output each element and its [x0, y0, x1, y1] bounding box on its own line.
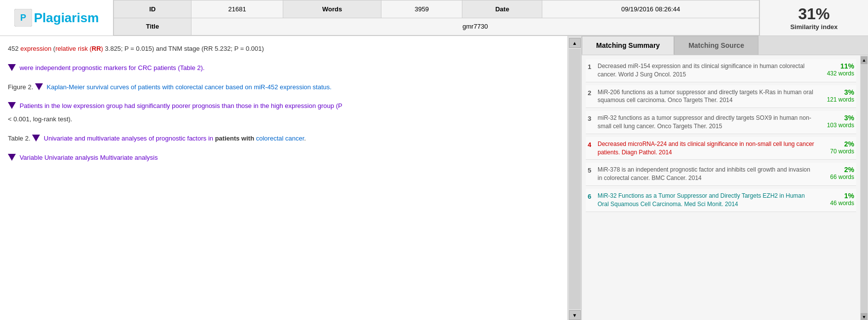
list-item[interactable]: 6 MiR-32 Functions as a Tumor Suppressor…: [586, 189, 856, 212]
doc-line-5: < 0.001, log-rank test).: [8, 114, 560, 125]
title-label: Title: [114, 18, 191, 36]
figure-label: Figure 2.: [8, 83, 33, 91]
match-pct-3: 3%: [815, 114, 854, 122]
match-words-2: 121 words: [815, 96, 854, 103]
text-line6d: .: [304, 135, 306, 142]
match-num-4: 4: [588, 140, 598, 148]
text-line6c: colorectal cancer: [256, 135, 304, 142]
logo-text: Plagiarism: [34, 10, 99, 26]
logo-icon: P: [14, 9, 32, 27]
scroll-track: [569, 49, 581, 309]
doc-line-1: 452 expression (relative risk (RR) 3.825…: [8, 44, 560, 54]
bookmark-icon-2: [35, 83, 43, 90]
main-area: 452 expression (relative risk (RR) 3.825…: [0, 36, 868, 320]
doc-line-2: were independent prognostic markers for …: [8, 63, 560, 73]
match-stats-5: 2% 66 words: [815, 166, 854, 180]
match-pct-2: 3%: [815, 88, 854, 96]
tab-matching-source[interactable]: Matching Source: [674, 36, 758, 55]
text-rr: RR: [92, 45, 101, 52]
match-pct-4: 2%: [815, 140, 854, 148]
text-line4: Patients in the low expression group had…: [20, 102, 342, 109]
scrollbar-up-btn[interactable]: ▲: [861, 56, 868, 64]
title-value: gmr7730: [191, 18, 759, 36]
words-label: Words: [283, 0, 381, 18]
doc-line-6: Table 2. Univariate and multivariate ana…: [8, 134, 560, 144]
tab-matching-summary[interactable]: Matching Summary: [582, 36, 674, 55]
text-line7: Variable Univariate analysis Multivariat…: [20, 154, 158, 161]
matching-list: 1 Decreased miR-154 expression and its c…: [582, 55, 860, 320]
list-item[interactable]: 3 miR-32 functions as a tumor suppressor…: [586, 111, 856, 134]
list-item[interactable]: 5 MiR-378 is an independent prognostic f…: [586, 163, 856, 186]
id-value: 21681: [191, 0, 283, 18]
match-words-5: 66 words: [815, 174, 854, 180]
match-stats-3: 3% 103 words: [815, 114, 854, 129]
left-panel: 452 expression (relative risk (RR) 3.825…: [0, 36, 568, 320]
doc-line-4: Patients in the low expression group had…: [8, 101, 560, 111]
table-label: Table 2.: [8, 135, 31, 142]
scrollbar-down-btn[interactable]: ▼: [861, 313, 868, 320]
text-line6a: Univariate and multivariate analyses of …: [44, 135, 215, 142]
match-num-5: 5: [588, 166, 598, 174]
svg-text:P: P: [20, 13, 26, 23]
text-rr-close: ): [101, 45, 103, 52]
match-stats-6: 1% 46 words: [815, 192, 854, 207]
header: P Plagiarism ID 21681 Words 3959 Date 09…: [0, 0, 868, 36]
date-value: 09/19/2016 08:26:44: [542, 0, 759, 18]
match-words-1: 432 words: [815, 70, 854, 77]
list-item[interactable]: 1 Decreased miR-154 expression and its c…: [586, 59, 856, 82]
match-text-1: Decreased miR-154 expression and its cli…: [598, 62, 815, 79]
id-label: ID: [114, 0, 191, 18]
words-value: 3959: [381, 0, 462, 18]
text-line6b: patients with: [215, 135, 254, 142]
match-stats-4: 2% 70 words: [815, 140, 854, 155]
right-panel: Matching Summary Matching Source 1 Decre…: [582, 36, 868, 320]
match-num-3: 3: [588, 114, 598, 122]
date-label: Date: [462, 0, 542, 18]
scrollbar-track: [861, 64, 868, 313]
text-expression: expression: [20, 45, 51, 52]
match-text-5: MiR-378 is an independent prognostic fac…: [598, 166, 815, 182]
match-stats-2: 3% 121 words: [815, 88, 854, 103]
match-words-3: 103 words: [815, 122, 854, 129]
match-text-4: Decreased microRNA-224 and its clinical …: [598, 140, 815, 157]
bookmark-icon-4: [32, 135, 40, 142]
text-line5: < 0.001, log-rank test).: [8, 115, 72, 123]
right-scrollbar[interactable]: ▲ ▼: [860, 55, 868, 320]
match-num-1: 1: [588, 62, 598, 71]
match-text-6: MiR-32 Functions as a Tumor Suppressor a…: [598, 192, 815, 209]
match-num-2: 2: [588, 88, 598, 97]
match-text-3: miR-32 functions as a tumor suppressor a…: [598, 114, 815, 131]
right-tabs: Matching Summary Matching Source: [582, 36, 868, 55]
match-words-4: 70 words: [815, 148, 854, 155]
scroll-down-btn[interactable]: ▼: [569, 310, 581, 320]
list-item[interactable]: 2 MiR-206 functions as a tumor suppresso…: [586, 85, 856, 108]
match-pct-6: 1%: [815, 192, 854, 200]
match-text-2: MiR-206 functions as a tumor suppressor …: [598, 88, 815, 105]
bookmark-icon-1: [8, 64, 16, 71]
text-line2: were independent prognostic markers for …: [20, 64, 205, 71]
list-item[interactable]: 4 Decreased microRNA-224 and its clinica…: [586, 137, 856, 160]
scroll-up-btn[interactable]: ▲: [569, 38, 581, 48]
similarity-percent: 31%: [798, 5, 830, 23]
doc-line-7: Variable Univariate analysis Multivariat…: [8, 153, 560, 163]
bookmark-icon-3: [8, 102, 16, 109]
doc-line-3: Figure 2. Kaplan-Meier survival curves o…: [8, 82, 560, 93]
text-relative-risk: relative risk (: [55, 45, 92, 52]
header-info-table: ID 21681 Words 3959 Date 09/19/2016 08:2…: [113, 0, 759, 36]
match-num-6: 6: [588, 192, 598, 200]
bookmark-icon-5: [8, 154, 16, 161]
match-stats-1: 11% 432 words: [815, 62, 854, 77]
text-line3: Kaplan-Meier survival curves of patients…: [47, 83, 332, 91]
match-pct-5: 2%: [815, 166, 854, 174]
match-pct-1: 11%: [815, 62, 854, 70]
similarity-label: Similarity index: [790, 23, 837, 31]
match-words-6: 46 words: [815, 200, 854, 207]
center-scroll-area: ▲ ▼: [568, 36, 582, 320]
similarity-box: 31% Similarity index: [759, 0, 868, 36]
logo-area: P Plagiarism: [0, 0, 113, 36]
